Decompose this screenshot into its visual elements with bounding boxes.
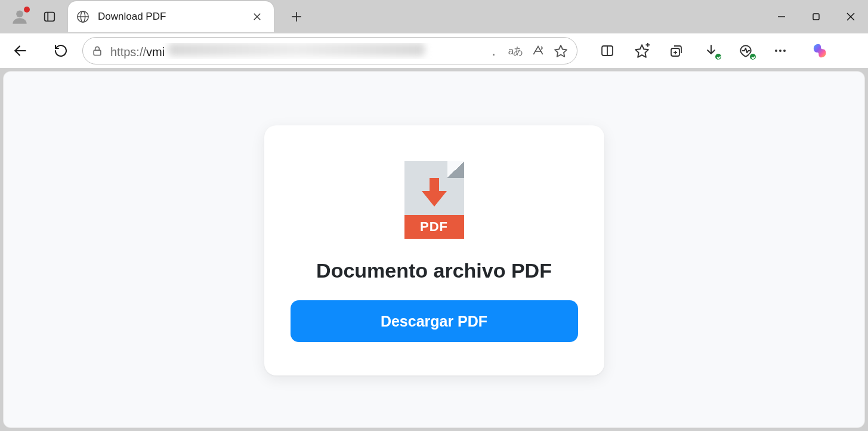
svg-marker-20 bbox=[635, 45, 648, 57]
more-menu-icon[interactable] bbox=[772, 42, 789, 59]
notification-dot-icon bbox=[24, 7, 30, 13]
svg-point-29 bbox=[783, 50, 786, 52]
back-button[interactable] bbox=[8, 39, 32, 63]
lock-icon bbox=[91, 45, 103, 57]
tab-title: Download PDF bbox=[98, 11, 240, 23]
address-bar[interactable]: https://vmi . aあ bbox=[82, 37, 577, 64]
browser-tab[interactable]: Download PDF bbox=[68, 1, 274, 32]
svg-point-28 bbox=[779, 50, 781, 52]
copilot-icon[interactable] bbox=[811, 41, 832, 61]
svg-point-27 bbox=[775, 50, 777, 52]
svg-rect-1 bbox=[45, 13, 55, 21]
window-close-button[interactable] bbox=[833, 0, 868, 33]
favorites-icon[interactable] bbox=[634, 42, 650, 59]
downloads-icon[interactable] bbox=[703, 42, 719, 59]
favorite-star-icon[interactable] bbox=[553, 43, 569, 59]
new-tab-button[interactable] bbox=[285, 5, 308, 29]
profile-button[interactable] bbox=[11, 8, 29, 26]
page-content: PDF Documento archivo PDF Descargar PDF bbox=[4, 72, 864, 427]
check-badge-icon bbox=[714, 53, 722, 61]
window-maximize-button[interactable] bbox=[799, 0, 833, 33]
globe-icon bbox=[76, 10, 89, 23]
svg-rect-11 bbox=[813, 14, 819, 20]
pdf-file-icon: PDF bbox=[404, 161, 464, 239]
download-pdf-button[interactable]: Descargar PDF bbox=[291, 300, 578, 342]
url-text: https://vmi bbox=[110, 43, 484, 59]
url-host: vmi bbox=[146, 45, 165, 59]
refresh-button[interactable] bbox=[49, 39, 73, 63]
tab-close-button[interactable] bbox=[249, 8, 265, 25]
url-redacted bbox=[168, 43, 425, 56]
url-scheme: https:// bbox=[110, 45, 146, 59]
pdf-badge-label: PDF bbox=[404, 215, 464, 239]
window-minimize-button[interactable] bbox=[764, 0, 799, 33]
svg-marker-17 bbox=[555, 45, 567, 57]
check-badge-icon bbox=[749, 53, 757, 61]
window-controls bbox=[764, 0, 868, 33]
card-heading: Documento archivo PDF bbox=[316, 259, 552, 282]
download-card: PDF Documento archivo PDF Descargar PDF bbox=[264, 125, 604, 375]
svg-point-0 bbox=[16, 11, 23, 18]
browser-toolbar: https://vmi . aあ bbox=[0, 33, 868, 68]
titlebar: Download PDF bbox=[0, 0, 868, 33]
collections-icon[interactable] bbox=[668, 42, 685, 59]
performance-icon[interactable] bbox=[737, 42, 754, 59]
read-aloud-icon[interactable] bbox=[530, 43, 546, 59]
tab-actions-button[interactable] bbox=[42, 9, 57, 24]
browser-viewport: PDF Documento archivo PDF Descargar PDF bbox=[0, 68, 868, 431]
svg-rect-15 bbox=[94, 50, 101, 55]
split-screen-icon[interactable] bbox=[599, 42, 616, 59]
translate-icon[interactable]: aあ bbox=[508, 43, 523, 59]
